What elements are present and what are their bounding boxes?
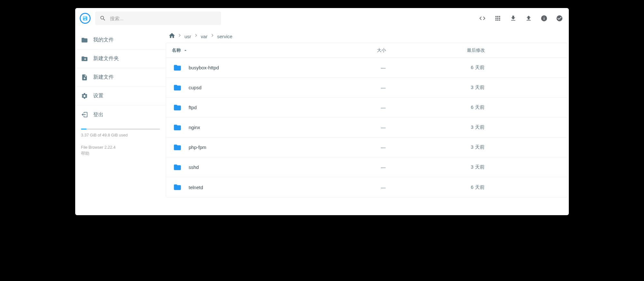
settings-icon bbox=[81, 92, 88, 100]
file-modified: 3 天前 bbox=[471, 124, 567, 130]
sidebar-meta: File Browser 2.22.4 帮助 bbox=[75, 139, 166, 162]
folder-icon bbox=[173, 163, 182, 171]
file-size: — bbox=[381, 105, 471, 110]
select-all-button[interactable] bbox=[556, 15, 563, 22]
app-window: 我的文件 新建文件夹 新建文件 设置 登出 3.37 GiB of 49.8 G… bbox=[75, 8, 569, 215]
file-name: telnetd bbox=[189, 185, 381, 190]
file-table: 名称 大小 最后修改 busybox-httpd—6 天前cupsd—3 天前f… bbox=[166, 43, 568, 198]
code-icon bbox=[479, 15, 486, 22]
logout-icon bbox=[81, 111, 88, 118]
sidebar-item-label: 新建文件夹 bbox=[93, 55, 119, 62]
table-row[interactable]: ftpd—6 天前 bbox=[166, 98, 567, 118]
column-modified[interactable]: 最后修改 bbox=[467, 48, 563, 53]
file-size: — bbox=[381, 185, 471, 190]
folder-icon bbox=[173, 103, 182, 112]
sidebar: 我的文件 新建文件夹 新建文件 设置 登出 3.37 GiB of 49.8 G… bbox=[75, 29, 166, 215]
file-size: — bbox=[381, 85, 471, 90]
download-icon bbox=[510, 15, 517, 22]
folder-icon bbox=[173, 83, 182, 92]
table-row[interactable]: busybox-httpd—6 天前 bbox=[166, 58, 567, 78]
file-size: — bbox=[381, 65, 471, 70]
info-button[interactable] bbox=[541, 15, 548, 22]
sidebar-item-label: 新建文件 bbox=[93, 74, 114, 81]
sidebar-item-label: 设置 bbox=[93, 92, 103, 99]
sidebar-item-my-files[interactable]: 我的文件 bbox=[75, 31, 166, 49]
chevron-right-icon bbox=[177, 32, 183, 38]
info-icon bbox=[541, 15, 548, 22]
file-modified: 3 天前 bbox=[471, 164, 567, 170]
file-size: — bbox=[381, 125, 471, 130]
search-box[interactable] bbox=[95, 12, 221, 25]
sidebar-item-new-file[interactable]: 新建文件 bbox=[75, 68, 166, 87]
column-name[interactable]: 名称 bbox=[166, 48, 377, 53]
sidebar-item-label: 我的文件 bbox=[93, 37, 114, 43]
file-name: php-fpm bbox=[189, 145, 381, 150]
search-input[interactable] bbox=[110, 16, 217, 21]
folder-icon bbox=[81, 37, 88, 44]
upload-button[interactable] bbox=[525, 15, 532, 22]
header-actions bbox=[479, 15, 563, 22]
table-row[interactable]: php-fpm—3 天前 bbox=[166, 137, 567, 157]
help-link[interactable]: 帮助 bbox=[81, 151, 89, 156]
file-modified: 3 天前 bbox=[471, 144, 567, 150]
app-version: File Browser 2.22.4 bbox=[81, 145, 160, 151]
file-modified: 6 天前 bbox=[471, 104, 567, 110]
file-modified: 6 天前 bbox=[471, 184, 567, 190]
table-row[interactable]: nginx—3 天前 bbox=[166, 118, 567, 137]
file-size: — bbox=[381, 164, 471, 170]
new-file-icon bbox=[81, 74, 88, 81]
file-name: sshd bbox=[189, 164, 381, 170]
storage-bar bbox=[81, 128, 160, 130]
save-icon bbox=[82, 15, 88, 21]
storage-usage: 3.37 GiB of 49.8 GiB used bbox=[75, 124, 166, 139]
storage-text: 3.37 GiB of 49.8 GiB used bbox=[81, 133, 160, 137]
file-name: busybox-httpd bbox=[189, 65, 381, 70]
sort-asc-icon bbox=[183, 48, 188, 53]
chevron-right-icon bbox=[210, 32, 215, 38]
sidebar-item-logout[interactable]: 登出 bbox=[75, 105, 166, 124]
grid-icon bbox=[494, 15, 501, 22]
chevron-right-icon bbox=[193, 32, 199, 38]
main-panel: usrvarservice 名称 大小 最后修改 busybox-httpd—6… bbox=[166, 29, 569, 215]
table-header: 名称 大小 最后修改 bbox=[166, 43, 567, 58]
upload-icon bbox=[525, 15, 532, 22]
toggle-shell-button[interactable] bbox=[479, 15, 486, 22]
breadcrumb-segment[interactable]: service bbox=[215, 34, 235, 39]
check-circle-icon bbox=[556, 14, 563, 22]
table-row[interactable]: cupsd—3 天前 bbox=[166, 78, 567, 98]
table-row[interactable]: telnetd—6 天前 bbox=[166, 177, 567, 197]
breadcrumb-segment[interactable]: usr bbox=[183, 34, 193, 39]
breadcrumb: usrvarservice bbox=[166, 29, 569, 43]
sidebar-item-label: 登出 bbox=[93, 111, 103, 118]
file-name: cupsd bbox=[189, 85, 381, 90]
folder-icon bbox=[173, 143, 182, 152]
folder-icon bbox=[173, 64, 182, 72]
table-row[interactable]: sshd—3 天前 bbox=[166, 157, 567, 177]
file-size: — bbox=[381, 145, 471, 150]
download-button[interactable] bbox=[510, 15, 517, 22]
folder-icon bbox=[173, 123, 182, 132]
home-icon[interactable] bbox=[168, 32, 175, 39]
app-logo[interactable] bbox=[80, 13, 91, 24]
file-name: ftpd bbox=[189, 105, 381, 110]
file-name: nginx bbox=[189, 125, 381, 130]
folder-icon bbox=[173, 183, 182, 191]
search-icon bbox=[100, 15, 106, 22]
sidebar-item-new-folder[interactable]: 新建文件夹 bbox=[75, 49, 166, 68]
column-size[interactable]: 大小 bbox=[377, 48, 467, 53]
new-folder-icon bbox=[81, 55, 88, 62]
breadcrumb-segment[interactable]: var bbox=[199, 34, 210, 39]
view-grid-button[interactable] bbox=[494, 15, 501, 22]
sidebar-item-settings[interactable]: 设置 bbox=[75, 87, 166, 105]
file-modified: 3 天前 bbox=[471, 84, 567, 91]
file-modified: 6 天前 bbox=[471, 65, 567, 71]
header bbox=[75, 8, 569, 29]
